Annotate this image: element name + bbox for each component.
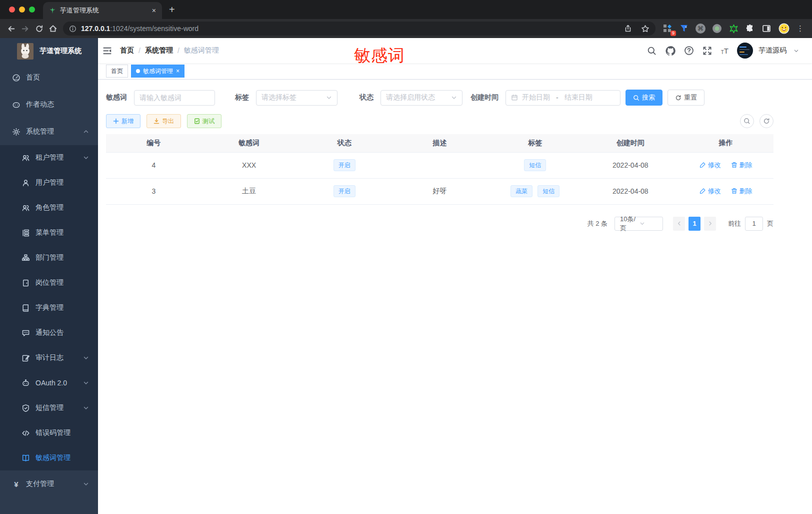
tag-badge: 蔬菜 bbox=[510, 185, 532, 197]
extensions-puzzle-icon[interactable] bbox=[745, 24, 755, 34]
tag-badge: 短信 bbox=[538, 185, 560, 197]
page-size-select[interactable]: 10条/页 bbox=[614, 217, 663, 231]
extension-grid-icon[interactable]: 9 bbox=[662, 24, 672, 34]
edit-link[interactable]: 修改 bbox=[700, 161, 721, 170]
sidebar-item-menu[interactable]: 菜单管理 bbox=[0, 220, 98, 245]
sidebar-item-errcode[interactable]: 错误码管理 bbox=[0, 420, 98, 445]
date-range-picker[interactable]: 开始日期 - 结束日期 bbox=[506, 90, 620, 106]
col-created: 创建时间 bbox=[583, 134, 678, 152]
badge-door-icon bbox=[22, 279, 30, 287]
sidebar-item-dept[interactable]: 部门管理 bbox=[0, 245, 98, 270]
recorder-extension-icon[interactable] bbox=[712, 24, 722, 34]
sidebar-item-role[interactable]: 角色管理 bbox=[0, 195, 98, 220]
tag-badge: 短信 bbox=[524, 159, 546, 171]
sidebar-item-payment[interactable]: ¥ 支付管理 bbox=[0, 470, 98, 497]
navbar-actions: TT 芋道源码 bbox=[647, 43, 812, 59]
sidebar-item-sms[interactable]: 短信管理 bbox=[0, 395, 98, 420]
col-actions: 操作 bbox=[678, 134, 774, 152]
system-submenu: 租户管理 用户管理 角色管理 菜单管理 部门管理 岗位管理 字典管理 bbox=[0, 145, 98, 470]
search-button[interactable]: 搜索 bbox=[626, 90, 662, 106]
delete-link[interactable]: 删除 bbox=[731, 187, 752, 196]
address-bar[interactable]: 127.0.0.1:1024/system/sensitive-word bbox=[63, 22, 656, 36]
username-label[interactable]: 芋道源码 bbox=[758, 46, 786, 55]
sidebar-item-system[interactable]: 系统管理 bbox=[0, 118, 98, 145]
export-button[interactable]: 导出 bbox=[146, 114, 181, 128]
site-info-icon[interactable] bbox=[69, 25, 76, 33]
reset-button[interactable]: 重置 bbox=[668, 90, 704, 106]
tenants-users-icon bbox=[22, 154, 30, 162]
breadcrumb-home[interactable]: 首页 bbox=[120, 46, 134, 55]
sidebar-item-post[interactable]: 岗位管理 bbox=[0, 270, 98, 295]
col-status: 状态 bbox=[296, 134, 392, 152]
sidebar-item-oauth[interactable]: OAuth 2.0 bbox=[0, 370, 98, 395]
browser-tab[interactable]: 芋道管理系统 × bbox=[43, 2, 162, 19]
sidebar-item-home[interactable]: 首页 bbox=[0, 64, 98, 91]
col-tags: 标签 bbox=[488, 134, 583, 152]
search-icon[interactable] bbox=[647, 46, 657, 56]
tag-sensitive-word[interactable]: 敏感词管理 × bbox=[131, 65, 184, 78]
sidebar: 芋道管理系统 首页 作者动态 系统管理 租户管理 用户管理 角色管理 菜单管理 bbox=[0, 38, 98, 514]
font-size-icon[interactable]: TT bbox=[721, 47, 728, 55]
edit-link[interactable]: 修改 bbox=[700, 187, 721, 196]
share-icon[interactable] bbox=[624, 25, 632, 33]
macos-window-controls[interactable] bbox=[0, 0, 43, 19]
sidebar-item-sensitive-word[interactable]: 敏感词管理 bbox=[0, 445, 98, 470]
sidebar-item-tenant[interactable]: 租户管理 bbox=[0, 145, 98, 170]
sidebar-collapse-icon[interactable] bbox=[98, 38, 116, 63]
user-avatar[interactable] bbox=[737, 43, 753, 59]
bookmark-star-icon[interactable] bbox=[641, 25, 650, 33]
tag-close-icon[interactable]: × bbox=[176, 68, 180, 75]
test-button[interactable]: 测试 bbox=[187, 114, 222, 128]
chevron-down-icon bbox=[83, 355, 89, 361]
col-description: 描述 bbox=[392, 134, 488, 152]
reload-button[interactable] bbox=[32, 22, 46, 36]
tab-close-icon[interactable]: × bbox=[152, 7, 156, 15]
book-icon bbox=[22, 304, 30, 312]
breadcrumb-system[interactable]: 系统管理 bbox=[145, 46, 173, 55]
help-icon[interactable] bbox=[684, 46, 694, 56]
show-search-circle-button[interactable] bbox=[740, 114, 754, 128]
chevron-down-icon bbox=[83, 405, 89, 411]
browser-menu-icon[interactable]: ⋮ bbox=[796, 24, 804, 33]
user-caret-down-icon[interactable] bbox=[791, 46, 801, 56]
sidebar-item-dict[interactable]: 字典管理 bbox=[0, 295, 98, 320]
status-select[interactable]: 请选择启用状态 bbox=[380, 90, 462, 106]
new-tab-button[interactable]: + bbox=[169, 2, 175, 17]
home-button[interactable] bbox=[46, 22, 60, 36]
prev-page-button[interactable] bbox=[673, 217, 685, 231]
sidebar-item-audit-log[interactable]: 审计日志 bbox=[0, 345, 98, 370]
tag-home[interactable]: 首页 bbox=[106, 65, 128, 78]
minimize-window-button[interactable] bbox=[19, 7, 25, 13]
zoom-window-button[interactable] bbox=[29, 7, 35, 13]
fullscreen-icon[interactable] bbox=[702, 46, 712, 56]
green-star-extension-icon[interactable] bbox=[728, 24, 738, 34]
keyword-input[interactable] bbox=[140, 94, 210, 102]
col-word: 敏感词 bbox=[202, 134, 297, 152]
close-window-button[interactable] bbox=[9, 7, 15, 13]
refresh-circle-button[interactable] bbox=[760, 114, 774, 128]
sidebar-item-author[interactable]: 作者动态 bbox=[0, 91, 98, 118]
sidebar-item-label: 短信管理 bbox=[36, 403, 64, 412]
total-count-label: 共 2 条 bbox=[588, 219, 608, 228]
current-page-button[interactable]: 1 bbox=[688, 217, 700, 231]
url-host: 127.0.0.1 bbox=[81, 25, 110, 33]
chevron-down-icon bbox=[83, 155, 89, 161]
breadcrumb: 首页 / 系统管理 / 敏感词管理 bbox=[120, 46, 219, 55]
profile-avatar-emoji[interactable] bbox=[778, 23, 790, 35]
filter-funnel-extension-icon[interactable] bbox=[679, 24, 689, 34]
side-panel-icon[interactable] bbox=[762, 24, 772, 34]
tag-select[interactable]: 请选择标签 bbox=[256, 90, 338, 106]
goto-page-input[interactable] bbox=[745, 217, 763, 231]
status-badge: 开启 bbox=[334, 185, 356, 197]
sidebar-item-user[interactable]: 用户管理 bbox=[0, 170, 98, 195]
next-page-button[interactable] bbox=[704, 217, 716, 231]
back-button[interactable] bbox=[4, 22, 18, 36]
command-extension-icon[interactable]: ⌘ bbox=[696, 24, 706, 34]
chevron-down-icon bbox=[83, 481, 89, 487]
app-logo-row[interactable]: 芋道管理系统 bbox=[0, 38, 98, 64]
github-icon[interactable] bbox=[666, 46, 676, 56]
forward-button[interactable] bbox=[18, 22, 32, 36]
delete-link[interactable]: 删除 bbox=[731, 161, 752, 170]
add-button[interactable]: 新增 bbox=[106, 114, 140, 128]
sidebar-item-notice[interactable]: 通知公告 bbox=[0, 320, 98, 345]
